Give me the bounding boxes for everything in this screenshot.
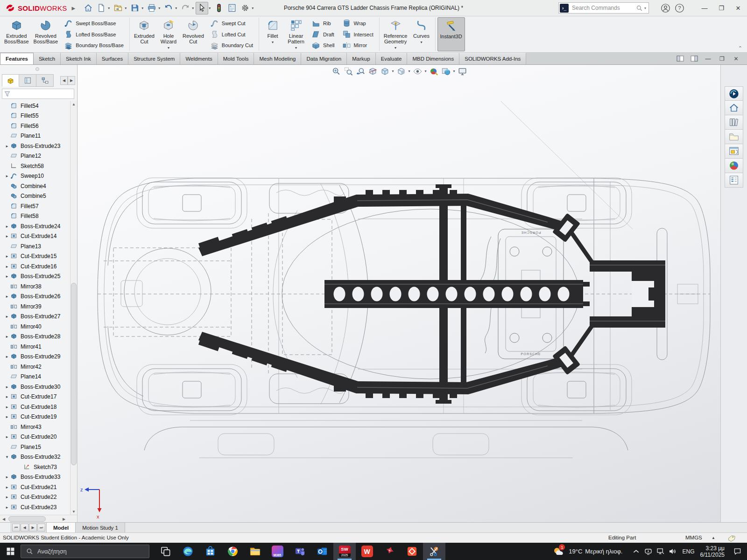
hide-show-items-button[interactable]	[412, 66, 423, 77]
clock[interactable]: 3:23 μμ6/11/2025	[700, 545, 725, 558]
select-cursor-dropdown-arrow[interactable]: ▾	[209, 6, 211, 10]
ribbon-curves-dropdown-arrow[interactable]: ▾	[420, 40, 422, 44]
tab-mold-tools[interactable]: Mold Tools	[218, 53, 254, 64]
pane-right-icon[interactable]	[690, 54, 698, 63]
tree-item-cut-extrude22[interactable]: ▸ Cut-Extrude22	[0, 492, 70, 503]
ribbon-extruded-boss-base-button[interactable]: ExtrudedBoss/Base	[2, 17, 31, 51]
tree-item-plane15[interactable]: Plane15	[0, 442, 70, 452]
tab-markup[interactable]: Markup	[347, 53, 375, 64]
tree-item-boss-extrude23[interactable]: ▸ Boss-Extrude23	[0, 141, 70, 151]
tree-tabs-scroll-left[interactable]: ◀	[60, 76, 68, 85]
tree-item-boss-extrude29[interactable]: ▸ Boss-Extrude29	[0, 352, 70, 362]
home-button[interactable]	[82, 2, 94, 14]
options-button[interactable]	[239, 2, 251, 14]
ribbon-boundary-boss-base-button[interactable]: Boundary Boss/Base	[62, 40, 126, 51]
display-style-button[interactable]	[395, 66, 407, 77]
tree-item-sweep10[interactable]: ▸ Sweep10	[0, 171, 70, 182]
tab-sketch-ink[interactable]: Sketch Ink	[61, 53, 97, 64]
tab-sketch[interactable]: Sketch	[34, 53, 61, 64]
taskbar-teams[interactable]	[289, 543, 311, 560]
ribbon-swept-boss-base-button[interactable]: Swept Boss/Base	[62, 18, 126, 29]
tree-item-fillet55[interactable]: Fillet55	[0, 111, 70, 121]
tree-tabs-scroll-right[interactable]: ▶	[68, 76, 75, 85]
tree-item-cut-extrude14[interactable]: ▸ Cut-Extrude14	[0, 231, 70, 242]
tree-item-boss-extrude28[interactable]: ▸ Boss-Extrude28	[0, 332, 70, 342]
taskbar-microsoft-store[interactable]	[199, 543, 221, 560]
tree-item-mirror41[interactable]: Mirror41	[0, 342, 70, 352]
tree-vscroll-thumb[interactable]	[71, 283, 77, 465]
tree-expand-arrow[interactable]: ▾	[4, 455, 10, 459]
tree-scroll-up[interactable]: ▲	[70, 101, 77, 107]
open-document-button[interactable]	[112, 2, 124, 14]
section-view-button[interactable]	[366, 66, 378, 77]
ribbon-collapse-chevron[interactable]: ⌃	[738, 45, 742, 51]
model-tab-scroll-first[interactable]: ⏮	[12, 524, 20, 532]
new-document-button[interactable]	[95, 2, 107, 14]
tree-item-cut-extrude16[interactable]: ▸ Cut-Extrude16	[0, 261, 70, 272]
tree-expand-arrow[interactable]: ▸	[4, 314, 10, 319]
model-tab-scroll-next[interactable]: ▶	[29, 524, 37, 532]
tab-structure-system[interactable]: Structure System	[128, 53, 180, 64]
help-button[interactable]: ?	[672, 1, 686, 15]
ribbon-curves-button[interactable]: Curves ▾	[410, 17, 433, 51]
tree-item-boss-extrude27[interactable]: ▸ Boss-Extrude27	[0, 312, 70, 322]
taskbar-file-explorer[interactable]	[244, 543, 266, 560]
tree-item-plane12[interactable]: Plane12	[0, 151, 70, 161]
tree-expand-arrow[interactable]: ▸	[4, 385, 10, 389]
tree-item-mirror38[interactable]: Mirror38	[0, 281, 70, 292]
taskbar-chrome[interactable]	[221, 543, 244, 560]
hide-show-items-dropdown-arrow[interactable]: ▾	[425, 69, 427, 73]
display-style-dropdown-arrow[interactable]: ▾	[408, 69, 410, 73]
ribbon-linear-pattern-dropdown-arrow[interactable]: ▾	[295, 46, 297, 50]
tree-item-mirror43[interactable]: Mirror43	[0, 422, 70, 432]
start-button[interactable]	[0, 543, 21, 560]
apply-scene-dropdown-arrow[interactable]: ▾	[453, 69, 455, 73]
tree-expand-arrow[interactable]: ▸	[4, 354, 10, 359]
tree-item-boss-extrude25[interactable]: ▸ Boss-Extrude25	[0, 272, 70, 282]
view-settings-button[interactable]	[457, 66, 468, 77]
print-button[interactable]	[145, 2, 158, 14]
close-button[interactable]: ✕	[733, 3, 743, 13]
ribbon-boundary-cut-button[interactable]: Boundary Cut	[208, 40, 255, 51]
tab-surfaces[interactable]: Surfaces	[97, 53, 128, 64]
tray-volume[interactable]	[666, 543, 678, 560]
units-selector[interactable]: MMGS	[685, 535, 702, 540]
taskbar-diamond-app[interactable]	[401, 543, 423, 560]
tree-item-boss-extrude26[interactable]: ▸ Boss-Extrude26	[0, 292, 70, 302]
property-manager-tab[interactable]	[19, 74, 36, 87]
save-button[interactable]	[128, 2, 141, 14]
tab-solidworks-add-ins[interactable]: SOLIDWORKS Add-Ins	[459, 53, 526, 64]
search-magnifier-icon[interactable]	[636, 5, 643, 12]
tab-mesh-modeling[interactable]: Mesh Modeling	[254, 53, 301, 64]
tree-item-fillet54[interactable]: Fillet54	[0, 101, 70, 111]
units-dropdown-arrow[interactable]: ▲	[712, 536, 715, 540]
tree-scroll-right[interactable]: ▶	[61, 516, 67, 522]
tree-item-fillet56[interactable]: Fillet56	[0, 121, 70, 131]
file-properties-button[interactable]	[226, 2, 238, 14]
tree-item-boss-extrude33[interactable]: ▸ Boss-Extrude33	[0, 472, 70, 483]
ribbon-linear-pattern-button[interactable]: LinearPattern ▾	[284, 17, 308, 51]
doc-restore-button[interactable]: ❐	[718, 54, 726, 63]
tree-item-sketch58[interactable]: Sketch58	[0, 161, 70, 171]
minimize-button[interactable]: —	[699, 3, 710, 13]
view-orientation-button[interactable]	[379, 66, 390, 77]
ribbon-mirror-button[interactable]: Mirror	[340, 40, 376, 51]
tab-mbd-dimensions[interactable]: MBD Dimensions	[407, 53, 459, 64]
ribbon-reference-geometry-dropdown-arrow[interactable]: ▾	[395, 46, 396, 50]
new-document-dropdown-arrow[interactable]: ▾	[108, 6, 110, 10]
taskbar-edge[interactable]	[176, 543, 199, 560]
ribbon-lofted-cut-button[interactable]: Lofted Cut	[208, 29, 255, 40]
command-search[interactable]: ›_ Search Commands ▾	[558, 2, 649, 14]
undo-dropdown-arrow[interactable]: ▾	[175, 6, 177, 10]
tree-expand-arrow[interactable]: ▸	[4, 475, 10, 479]
previous-view-button[interactable]	[354, 66, 366, 77]
redo-dropdown-arrow[interactable]: ▾	[192, 6, 194, 10]
tab-evaluate[interactable]: Evaluate	[376, 53, 408, 64]
tree-item-cut-extrude23[interactable]: ▸ Cut-Extrude23	[0, 502, 70, 512]
taskbar-solidworks-2025[interactable]: SW2025	[333, 543, 356, 560]
tray-hidden-icons-chevron[interactable]	[630, 543, 642, 560]
undo-button[interactable]	[162, 2, 175, 14]
ribbon-wrap-button[interactable]: Wrap	[340, 18, 376, 29]
save-dropdown-arrow[interactable]: ▾	[141, 6, 143, 10]
ribbon-shell-button[interactable]: Shell	[309, 40, 337, 51]
